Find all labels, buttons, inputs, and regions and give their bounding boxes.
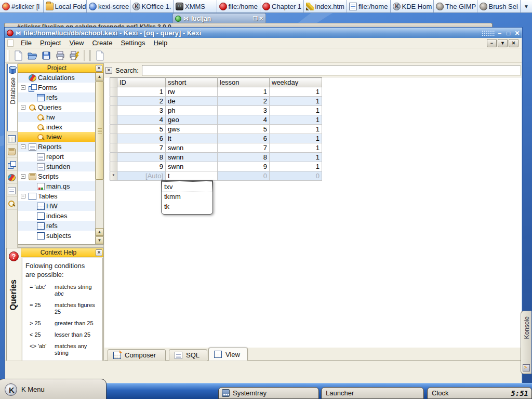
restore-button[interactable]: ❐ xyxy=(253,16,258,21)
close-icon[interactable]: ✕ xyxy=(96,249,102,256)
taskbar-item-brush-select[interactable]: Brush Sel xyxy=(477,0,521,12)
dropdown-item[interactable]: txv xyxy=(162,182,212,192)
table-row[interactable]: 5gws51 xyxy=(110,125,322,134)
table-row[interactable]: 1rw11 xyxy=(110,87,322,97)
sidebar-tab-scripts[interactable] xyxy=(7,145,17,158)
tab-view-active[interactable]: View xyxy=(208,348,248,361)
column-header-id[interactable]: ID xyxy=(117,78,166,87)
mdi-close-button[interactable]: ✕ xyxy=(509,39,518,47)
search-close-icon[interactable]: ✕ xyxy=(105,67,112,74)
sidebar-tab-reports[interactable] xyxy=(7,184,17,197)
open-file-button[interactable] xyxy=(26,49,38,62)
scroll-up-button[interactable]: ▲ xyxy=(96,73,103,81)
menu-help[interactable]: Help xyxy=(149,39,171,47)
taskbar-item-koffice[interactable]: KOffice 1. xyxy=(130,0,174,12)
tree-item-queries[interactable]: −Queries xyxy=(18,102,95,112)
new-file-button[interactable] xyxy=(12,49,24,62)
search-input[interactable] xyxy=(142,65,521,76)
minimize-button[interactable]: − xyxy=(495,30,504,37)
close-button[interactable]: ✕ xyxy=(259,16,263,21)
scroll-up-button[interactable]: ▲ xyxy=(96,228,103,236)
close-icon[interactable]: ✕ xyxy=(96,65,102,72)
context-help-side-tab[interactable]: Queries xyxy=(9,280,18,311)
sidebar-tab-calculations[interactable] xyxy=(7,171,17,184)
tree-item-reports[interactable]: −Reports xyxy=(18,142,95,152)
taskbar-item-file-home-2[interactable]: file:/home xyxy=(347,0,391,12)
column-header-weekday[interactable]: weekday xyxy=(270,78,322,87)
pin-icon[interactable]: ⋈ xyxy=(183,16,189,21)
new-object-button[interactable] xyxy=(94,49,106,62)
tree-item-hw-table[interactable]: HW xyxy=(18,201,95,211)
toolbar-handle[interactable] xyxy=(7,50,9,61)
menu-create[interactable]: Create xyxy=(88,39,116,47)
dropdown-item[interactable]: tkmm xyxy=(162,192,212,202)
tree-item-index-query[interactable]: index xyxy=(18,122,95,132)
taskbar-item-slicker[interactable]: #slicker [l xyxy=(0,0,44,12)
pin-icon[interactable]: ⋈ xyxy=(16,30,21,36)
collapse-icon[interactable]: − xyxy=(21,85,25,90)
close-button[interactable]: ✕ xyxy=(513,30,522,37)
toolbar-handle[interactable] xyxy=(89,50,91,61)
collapse-icon[interactable]: − xyxy=(21,194,25,198)
menu-file[interactable]: File xyxy=(17,39,36,47)
lucijan-window-titlebar[interactable]: ⋈ lucijan ❐✕ xyxy=(172,13,266,23)
taskbar-item-chapter[interactable]: Chapter 1 xyxy=(260,0,304,12)
insert-row-marker[interactable]: * xyxy=(110,171,117,181)
tree-item-tview-query-selected[interactable]: tview xyxy=(18,132,95,142)
kmenu-button[interactable]: K Menu xyxy=(0,379,107,399)
tree-item-report[interactable]: report xyxy=(18,152,95,162)
collapse-icon[interactable]: − xyxy=(21,174,25,179)
context-help-header[interactable]: Context Help ✕ xyxy=(21,248,103,257)
launcher-applet[interactable]: Launcher xyxy=(321,387,424,399)
tree-item-forms[interactable]: −Forms xyxy=(18,83,95,92)
tab-sql[interactable]: SQL xyxy=(169,349,207,361)
corner-header[interactable] xyxy=(110,78,117,87)
maximize-button[interactable]: □ xyxy=(504,30,513,37)
tree-item-refs-form[interactable]: refs xyxy=(18,92,95,102)
tree-scrollbar[interactable]: ▲ ▲ ▼ xyxy=(95,73,103,244)
save-button[interactable] xyxy=(40,49,52,62)
tree-item-indices-table[interactable]: indices xyxy=(18,211,95,221)
tree-item-calculations[interactable]: Calculations xyxy=(18,73,95,83)
taskbar-item-local-folder[interactable]: Local Fold xyxy=(44,0,87,12)
editing-cell[interactable]: t xyxy=(166,171,218,181)
table-row[interactable]: 9swnn91 xyxy=(110,162,322,171)
menu-view[interactable]: View xyxy=(65,39,88,47)
dropdown-item[interactable]: tk xyxy=(162,202,212,211)
sidebar-tab-forms[interactable] xyxy=(7,158,17,171)
table-row[interactable]: 4geo41 xyxy=(110,115,322,125)
taskbar-item-file-home[interactable]: file:/home xyxy=(217,0,261,12)
tab-composer[interactable]: Composer xyxy=(108,349,166,361)
column-header-sshort[interactable]: sshort xyxy=(166,78,218,87)
collapse-icon[interactable]: − xyxy=(21,144,25,149)
taskbar-item-xmms[interactable]: XMMS xyxy=(174,0,217,12)
table-row[interactable]: 7swnn71 xyxy=(110,143,322,153)
clock-applet[interactable]: Clock 5:51 xyxy=(427,387,532,399)
tree-item-refs-table[interactable]: refs xyxy=(18,221,95,231)
konsole-side-tab[interactable]: Konsole xyxy=(521,311,531,374)
tree-item-main-qs[interactable]: main.qs xyxy=(18,181,95,191)
taskbar-overflow-button[interactable]: ▼ xyxy=(521,0,532,12)
taskbar-item-index-htm[interactable]: index.htm xyxy=(304,0,348,12)
quick-print-button[interactable] xyxy=(68,49,81,62)
tree-item-scripts[interactable]: −Scripts xyxy=(18,171,95,181)
tree-item-hw-query[interactable]: hw xyxy=(18,112,95,122)
insert-row[interactable]: * [Auto] t 0 0 xyxy=(110,171,322,181)
table-row[interactable]: 8swnn81 xyxy=(110,153,322,162)
sidebar-tab-queries[interactable] xyxy=(7,197,17,210)
table-row[interactable]: 6it61 xyxy=(110,134,322,143)
auto-id-cell[interactable]: [Auto] xyxy=(117,171,166,181)
kexi-titlebar[interactable]: ⋈ file:/home/luci/db/school.kexi - Kexi … xyxy=(5,28,522,38)
sidebar-tab-database[interactable]: Database xyxy=(7,64,17,131)
menu-project[interactable]: Project xyxy=(36,39,65,47)
scrollbar-thumb[interactable] xyxy=(96,81,103,180)
taskbar-item-kexi-screen[interactable]: kexi-scree xyxy=(87,0,130,12)
menubar-handle[interactable] xyxy=(7,39,14,47)
tree-item-subjects-table[interactable]: subjects xyxy=(18,231,95,241)
menu-settings[interactable]: Settings xyxy=(116,39,149,47)
mdi-restore-button[interactable]: ▼ xyxy=(498,39,508,47)
mdi-minimize-button[interactable]: − xyxy=(487,39,497,47)
column-header-lesson[interactable]: lesson xyxy=(218,78,270,87)
table-row[interactable]: 2de21 xyxy=(110,97,322,106)
taskbar-item-gimp[interactable]: The GIMP xyxy=(434,0,477,12)
